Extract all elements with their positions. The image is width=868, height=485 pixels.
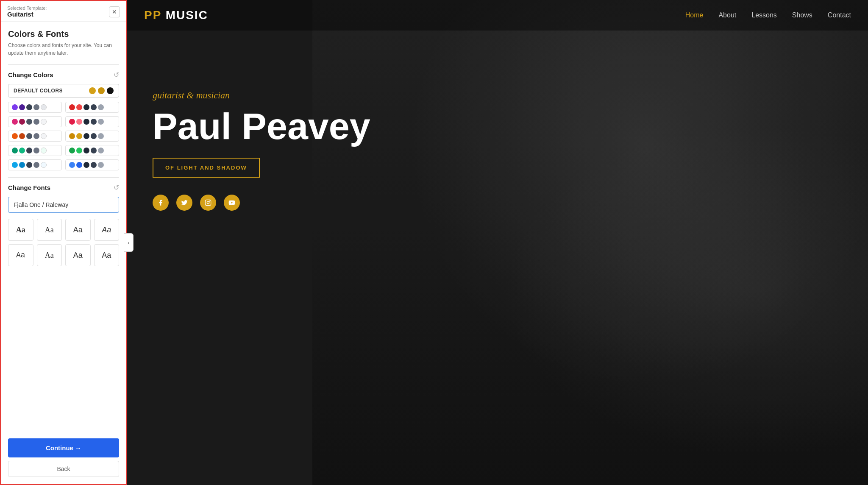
palette-dot xyxy=(41,119,47,125)
palette-dot xyxy=(33,162,39,168)
palette-dot xyxy=(12,133,18,139)
palette-dot xyxy=(76,162,82,168)
change-fonts-header: Change Fonts ↺ xyxy=(8,184,119,192)
twitter-icon[interactable] xyxy=(176,195,192,211)
facebook-icon[interactable] xyxy=(153,195,169,211)
palette-dot xyxy=(83,148,89,153)
palette-dot xyxy=(69,119,75,125)
nav-item-home[interactable]: Home xyxy=(685,11,704,19)
default-dot-3 xyxy=(107,87,114,94)
instagram-icon[interactable] xyxy=(200,195,216,211)
palette-dot xyxy=(41,162,47,168)
palette-dot xyxy=(19,104,25,110)
nav-link-home[interactable]: Home xyxy=(685,11,704,19)
palette-dot xyxy=(19,119,25,125)
font-item-3[interactable]: Aa xyxy=(65,219,91,241)
social-icons xyxy=(153,195,398,211)
palette-dot xyxy=(76,133,82,139)
palette-dot xyxy=(98,162,104,168)
fonts-reset-icon[interactable]: ↺ xyxy=(114,184,119,192)
site-logo: PP MUSIC xyxy=(144,8,208,22)
palette-dot xyxy=(26,104,32,110)
palette-item-6[interactable] xyxy=(65,131,119,142)
hero-content: guitarist & musician Paul Peavey OF LIGH… xyxy=(127,56,424,245)
palette-item-2[interactable] xyxy=(65,102,119,113)
palette-dot xyxy=(33,119,39,125)
default-dot-1 xyxy=(89,87,96,94)
nav-link-shows[interactable]: Shows xyxy=(792,11,812,19)
nav-link-about[interactable]: About xyxy=(718,11,736,19)
palette-grid xyxy=(8,102,119,170)
svg-rect-0 xyxy=(205,200,211,205)
font-selector[interactable]: Fjalla One / Raleway xyxy=(8,197,119,213)
palette-dot xyxy=(98,133,104,139)
palette-dot xyxy=(69,133,75,139)
font-item-2[interactable]: Aa xyxy=(37,219,62,241)
collapse-panel-button[interactable]: ‹ xyxy=(124,233,134,252)
section-desc: Choose colors and fonts for your site. Y… xyxy=(8,42,119,57)
palette-dot xyxy=(41,148,47,153)
divider-1 xyxy=(8,64,119,65)
palette-dot xyxy=(12,119,18,125)
palette-dot xyxy=(69,162,75,168)
youtube-icon[interactable] xyxy=(224,195,240,211)
colors-reset-icon[interactable]: ↺ xyxy=(114,71,119,79)
palette-dot xyxy=(83,162,89,168)
palette-dot xyxy=(19,162,25,168)
hero-album-button[interactable]: OF LIGHT AND SHADOW xyxy=(153,158,260,178)
palette-dot xyxy=(12,148,18,153)
palette-dot xyxy=(91,104,97,110)
palette-item-10[interactable] xyxy=(65,159,119,170)
font-item-4[interactable]: Aa xyxy=(94,219,120,241)
preview-area: PP MUSIC Home About Lessons Shows Contac… xyxy=(127,0,868,485)
default-colors-label: DEFAULT COLORS xyxy=(14,88,87,94)
default-colors-row[interactable]: DEFAULT COLORS xyxy=(8,84,119,98)
font-item-6[interactable]: Aa xyxy=(37,244,62,266)
nav-item-contact[interactable]: Contact xyxy=(828,11,851,19)
palette-item-8[interactable] xyxy=(65,145,119,156)
font-item-7[interactable]: Aa xyxy=(65,244,91,266)
svg-point-1 xyxy=(207,201,209,203)
continue-button[interactable]: Continue → xyxy=(8,438,119,457)
palette-dot xyxy=(33,133,39,139)
palette-item-1[interactable] xyxy=(8,102,62,113)
selected-template-bar: Selected Template: Guitarist ✕ xyxy=(1,1,126,22)
nav-item-shows[interactable]: Shows xyxy=(792,11,812,19)
palette-dot xyxy=(41,133,47,139)
palette-item-7[interactable] xyxy=(8,145,62,156)
palette-dot xyxy=(12,104,18,110)
palette-dot xyxy=(26,162,32,168)
palette-dot xyxy=(91,148,97,153)
palette-item-3[interactable] xyxy=(8,116,62,127)
back-button[interactable]: Back xyxy=(8,461,119,477)
nav-links: Home About Lessons Shows Contact xyxy=(685,11,851,19)
palette-dot xyxy=(91,119,97,125)
left-panel: Selected Template: Guitarist ✕ Colors & … xyxy=(0,0,127,485)
palette-dot xyxy=(12,162,18,168)
palette-dot xyxy=(98,148,104,153)
hero-title: Paul Peavey xyxy=(153,108,398,145)
palette-dot xyxy=(91,162,97,168)
nav-item-lessons[interactable]: Lessons xyxy=(751,11,777,19)
section-title: Colors & Fonts xyxy=(8,29,119,39)
palette-dot xyxy=(26,119,32,125)
palette-dot xyxy=(76,104,82,110)
font-item-1[interactable]: Aa xyxy=(8,219,33,241)
palette-dot xyxy=(83,104,89,110)
svg-point-2 xyxy=(209,201,210,201)
nav-link-contact[interactable]: Contact xyxy=(828,11,851,19)
nav-item-about[interactable]: About xyxy=(718,11,736,19)
nav-link-lessons[interactable]: Lessons xyxy=(751,11,777,19)
palette-dot xyxy=(19,148,25,153)
font-item-8[interactable]: Aa xyxy=(94,244,120,266)
palette-dot xyxy=(33,148,39,153)
close-button[interactable]: ✕ xyxy=(109,6,120,17)
font-item-5[interactable]: Aa xyxy=(8,244,33,266)
palette-item-4[interactable] xyxy=(65,116,119,127)
panel-body: Colors & Fonts Choose colors and fonts f… xyxy=(1,22,126,438)
palette-item-5[interactable] xyxy=(8,131,62,142)
palette-dot xyxy=(98,119,104,125)
palette-item-9[interactable] xyxy=(8,159,62,170)
palette-dot xyxy=(69,148,75,153)
palette-dot xyxy=(33,104,39,110)
